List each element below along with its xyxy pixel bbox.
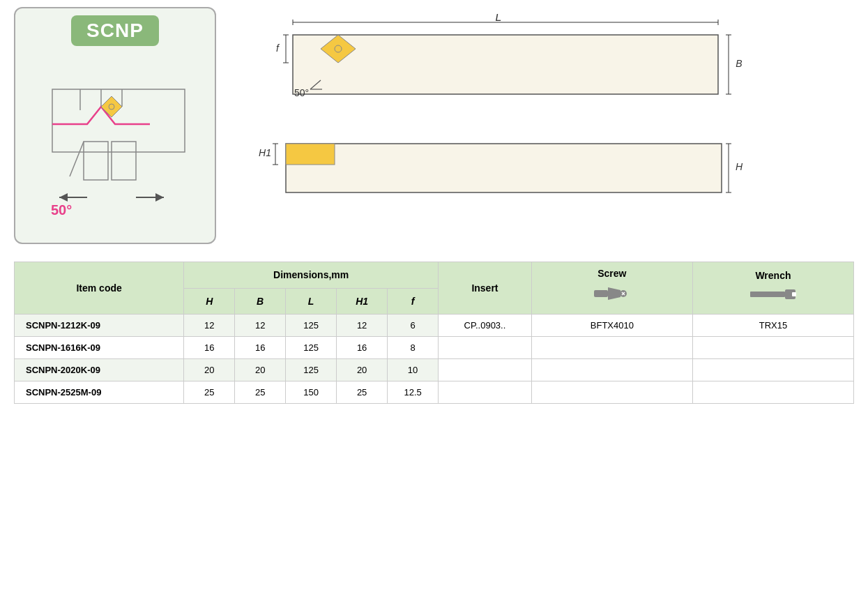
svg-text:50°: 50° bbox=[51, 202, 72, 218]
wrench-cell bbox=[692, 359, 853, 381]
svg-rect-41 bbox=[286, 144, 335, 165]
drawings-area: L f B 50° bbox=[230, 7, 854, 209]
scnp-diagram-svg: 50° bbox=[31, 54, 199, 236]
dim-H1-cell: 12 bbox=[337, 315, 388, 337]
item-code-cell: SCNPN-1616K-09 bbox=[15, 337, 184, 359]
dim-L-cell: 125 bbox=[286, 337, 337, 359]
insert-cell bbox=[439, 359, 532, 381]
svg-text:f: f bbox=[276, 43, 280, 54]
insert-cell bbox=[439, 337, 532, 359]
col-header-screw: Screw bbox=[531, 262, 692, 315]
dim-B-cell: 12 bbox=[235, 315, 286, 337]
top-section: SCNP bbox=[14, 7, 854, 244]
svg-rect-26 bbox=[293, 35, 718, 94]
top-view-svg: L f B 50° bbox=[230, 14, 753, 122]
col-header-dimensions: Dimensions,mm bbox=[184, 262, 439, 289]
dim-H-cell: 12 bbox=[184, 315, 235, 337]
item-code-cell: SCNPN-1212K-09 bbox=[15, 315, 184, 337]
svg-marker-9 bbox=[59, 193, 68, 202]
svg-rect-6 bbox=[84, 142, 108, 180]
dim-H-cell: 16 bbox=[184, 337, 235, 359]
svg-text:H: H bbox=[736, 161, 743, 172]
dim-H1-cell: 16 bbox=[337, 337, 388, 359]
table-section: Item code Dimensions,mm Insert Screw bbox=[14, 262, 854, 404]
item-code-cell: SCNPN-2020K-09 bbox=[15, 359, 184, 381]
table-row: SCNPN-1212K-091212125126CP..0903..BFTX40… bbox=[15, 315, 854, 337]
side-view-svg: H1 H bbox=[230, 137, 753, 206]
svg-marker-11 bbox=[155, 193, 164, 202]
svg-rect-0 bbox=[52, 89, 185, 152]
dim-f-cell: 6 bbox=[388, 315, 439, 337]
svg-line-13 bbox=[70, 142, 84, 176]
svg-text:H1: H1 bbox=[259, 147, 271, 158]
dim-header-L: L bbox=[286, 288, 337, 315]
svg-text:50°: 50° bbox=[294, 87, 309, 98]
svg-text:B: B bbox=[736, 58, 742, 69]
insert-cell bbox=[439, 381, 532, 404]
svg-rect-49 bbox=[792, 292, 796, 296]
screw-label: Screw bbox=[536, 268, 688, 279]
wrench-icon bbox=[749, 284, 798, 305]
item-code-cell: SCNPN-2525M-09 bbox=[15, 381, 184, 404]
insert-label: Insert bbox=[471, 282, 498, 294]
side-view-drawing: H1 H bbox=[230, 137, 854, 209]
screw-cell bbox=[531, 359, 692, 381]
svg-rect-7 bbox=[112, 142, 136, 180]
table-row: SCNPN-2525M-0925251502512.5 bbox=[15, 381, 854, 404]
table-row: SCNPN-1616K-091616125168 bbox=[15, 337, 854, 359]
card-title: SCNP bbox=[71, 15, 159, 46]
specifications-table: Item code Dimensions,mm Insert Screw bbox=[14, 262, 854, 404]
page: SCNP bbox=[0, 0, 868, 411]
wrench-cell bbox=[692, 337, 853, 359]
scnp-card: SCNP bbox=[14, 7, 216, 244]
svg-marker-4 bbox=[101, 96, 122, 117]
dim-H1-cell: 20 bbox=[337, 359, 388, 381]
svg-marker-43 bbox=[608, 287, 620, 300]
svg-rect-40 bbox=[286, 144, 722, 192]
insert-cell: CP..0903.. bbox=[439, 315, 532, 337]
wrench-label: Wrench bbox=[697, 270, 849, 281]
dim-B-cell: 20 bbox=[235, 359, 286, 381]
dim-L-cell: 150 bbox=[286, 381, 337, 404]
dim-header-H1: H1 bbox=[337, 288, 388, 315]
wrench-cell bbox=[692, 381, 853, 404]
screw-cell bbox=[531, 337, 692, 359]
screw-icon bbox=[593, 282, 631, 306]
dim-f-cell: 12.5 bbox=[388, 381, 439, 404]
dim-B-cell: 16 bbox=[235, 337, 286, 359]
dim-header-f: f bbox=[388, 288, 439, 315]
dim-L-cell: 125 bbox=[286, 359, 337, 381]
dim-f-cell: 8 bbox=[388, 337, 439, 359]
dim-H-cell: 20 bbox=[184, 359, 235, 381]
dim-B-cell: 25 bbox=[235, 381, 286, 404]
dim-header-B: B bbox=[235, 288, 286, 315]
screw-cell bbox=[531, 381, 692, 404]
dim-L-cell: 125 bbox=[286, 315, 337, 337]
dim-H1-cell: 25 bbox=[337, 381, 388, 404]
svg-rect-42 bbox=[594, 290, 608, 297]
col-header-insert: Insert bbox=[439, 262, 532, 315]
dim-f-cell: 10 bbox=[388, 359, 439, 381]
svg-text:L: L bbox=[496, 14, 502, 23]
top-view-drawing: L f B 50° bbox=[230, 14, 854, 124]
wrench-cell: TRX15 bbox=[692, 315, 853, 337]
dim-header-H: H bbox=[184, 288, 235, 315]
screw-cell: BFTX4010 bbox=[531, 315, 692, 337]
table-row: SCNPN-2020K-0920201252010 bbox=[15, 359, 854, 381]
col-header-wrench: Wrench bbox=[692, 262, 853, 315]
col-header-item-code: Item code bbox=[15, 262, 184, 315]
svg-rect-47 bbox=[750, 292, 785, 297]
dim-H-cell: 25 bbox=[184, 381, 235, 404]
